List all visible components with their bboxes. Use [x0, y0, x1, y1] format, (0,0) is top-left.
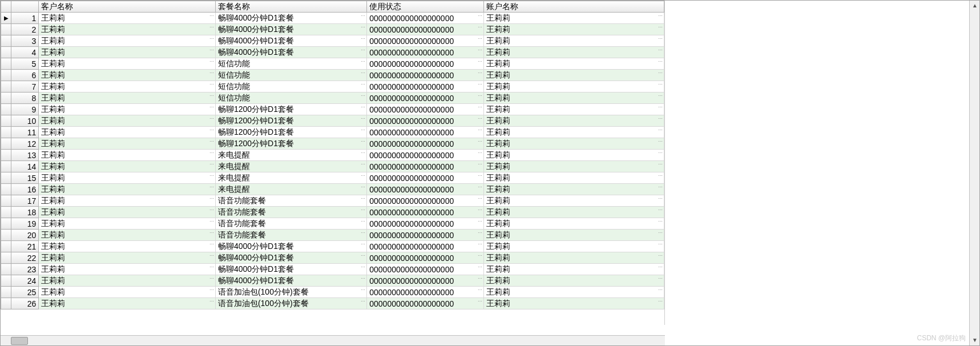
cell-package-name[interactable]: 畅聊4000分钟D1套餐⋯: [215, 264, 366, 275]
row-handle[interactable]: [1, 13, 11, 24]
cell-package-name[interactable]: 来电提醒⋯: [215, 172, 366, 184]
ellipsis-icon[interactable]: ⋯: [209, 82, 214, 87]
ellipsis-icon[interactable]: ⋯: [658, 71, 663, 75]
cell-package-name[interactable]: 语音功能套餐⋯: [215, 207, 366, 218]
cell-customer-name[interactable]: 王莉莉⋯: [39, 150, 216, 161]
ellipsis-icon[interactable]: ⋯: [209, 116, 214, 121]
cell-package-name[interactable]: 短信功能⋯: [215, 58, 366, 70]
ellipsis-icon[interactable]: ⋯: [361, 94, 365, 98]
ellipsis-icon[interactable]: ⋯: [361, 82, 365, 87]
row-handle[interactable]: [1, 24, 11, 35]
cell-customer-name[interactable]: 王莉莉⋯: [39, 172, 216, 184]
ellipsis-icon[interactable]: ⋯: [361, 105, 365, 110]
row-number[interactable]: 26: [11, 298, 39, 309]
ellipsis-icon[interactable]: ⋯: [209, 196, 214, 201]
ellipsis-icon[interactable]: ⋯: [658, 242, 663, 247]
row-number[interactable]: 13: [11, 150, 39, 161]
ellipsis-icon[interactable]: ⋯: [658, 231, 663, 235]
row-number[interactable]: 1: [11, 13, 39, 24]
table-row[interactable]: 6王莉莉⋯短信功能⋯0000000000000000000⋯王莉莉⋯: [1, 70, 664, 81]
row-number[interactable]: 9: [11, 104, 39, 115]
cell-usage-status[interactable]: 0000000000000000000⋯: [367, 218, 484, 230]
table-row[interactable]: 9王莉莉⋯畅聊1200分钟D1套餐⋯0000000000000000000⋯王莉…: [1, 104, 664, 115]
cell-customer-name[interactable]: 王莉莉⋯: [39, 218, 216, 230]
table-row[interactable]: 1王莉莉⋯畅聊4000分钟D1套餐⋯0000000000000000000⋯王莉…: [1, 13, 664, 24]
ellipsis-icon[interactable]: ⋯: [209, 299, 214, 304]
cell-account-name[interactable]: 王莉莉⋯: [484, 207, 664, 218]
table-row[interactable]: 8王莉莉⋯短信功能⋯0000000000000000000⋯王莉莉⋯: [1, 92, 664, 104]
ellipsis-icon[interactable]: ⋯: [209, 276, 214, 281]
ellipsis-icon[interactable]: ⋯: [209, 265, 214, 269]
ellipsis-icon[interactable]: ⋯: [361, 116, 365, 121]
row-number[interactable]: 5: [11, 58, 39, 70]
cell-account-name[interactable]: 王莉莉⋯: [484, 298, 664, 309]
row-handle[interactable]: [1, 104, 11, 115]
ellipsis-icon[interactable]: ⋯: [658, 25, 663, 30]
ellipsis-icon[interactable]: ⋯: [209, 151, 214, 155]
cell-account-name[interactable]: 王莉莉⋯: [484, 287, 664, 298]
row-handle[interactable]: [1, 161, 11, 172]
table-row[interactable]: 16王莉莉⋯来电提醒⋯0000000000000000000⋯王莉莉⋯: [1, 184, 664, 195]
ellipsis-icon[interactable]: ⋯: [361, 299, 365, 304]
ellipsis-icon[interactable]: ⋯: [478, 231, 482, 235]
cell-package-name[interactable]: 语音功能套餐⋯: [215, 230, 366, 241]
cell-package-name[interactable]: 畅聊4000分钟D1套餐⋯: [215, 47, 366, 58]
ellipsis-icon[interactable]: ⋯: [361, 14, 365, 18]
ellipsis-icon[interactable]: ⋯: [478, 25, 482, 30]
ellipsis-icon[interactable]: ⋯: [209, 288, 214, 292]
ellipsis-icon[interactable]: ⋯: [361, 37, 365, 41]
row-handle[interactable]: [1, 172, 11, 184]
row-number[interactable]: 17: [11, 195, 39, 207]
row-handle[interactable]: [1, 230, 11, 241]
row-handle[interactable]: [1, 264, 11, 275]
ellipsis-icon[interactable]: ⋯: [478, 59, 482, 64]
ellipsis-icon[interactable]: ⋯: [658, 265, 663, 269]
table-row[interactable]: 15王莉莉⋯来电提醒⋯0000000000000000000⋯王莉莉⋯: [1, 172, 664, 184]
ellipsis-icon[interactable]: ⋯: [209, 219, 214, 224]
row-number[interactable]: 11: [11, 127, 39, 138]
row-number[interactable]: 22: [11, 252, 39, 264]
row-number[interactable]: 23: [11, 264, 39, 275]
table-row[interactable]: 18王莉莉⋯语音功能套餐⋯0000000000000000000⋯王莉莉⋯: [1, 207, 664, 218]
ellipsis-icon[interactable]: ⋯: [478, 299, 482, 304]
row-number[interactable]: 19: [11, 218, 39, 230]
cell-customer-name[interactable]: 王莉莉⋯: [39, 252, 216, 264]
cell-usage-status[interactable]: 0000000000000000000⋯: [367, 92, 484, 104]
ellipsis-icon[interactable]: ⋯: [209, 105, 214, 110]
cell-usage-status[interactable]: 0000000000000000000⋯: [367, 298, 484, 309]
ellipsis-icon[interactable]: ⋯: [478, 82, 482, 87]
row-handle[interactable]: [1, 298, 11, 309]
ellipsis-icon[interactable]: ⋯: [209, 139, 214, 144]
row-number[interactable]: 24: [11, 275, 39, 287]
row-handle[interactable]: [1, 92, 11, 104]
ellipsis-icon[interactable]: ⋯: [361, 151, 365, 155]
ellipsis-icon[interactable]: ⋯: [478, 116, 482, 121]
corner-cell[interactable]: [1, 1, 11, 13]
row-handle[interactable]: [1, 35, 11, 47]
ellipsis-icon[interactable]: ⋯: [209, 59, 214, 64]
table-row[interactable]: 7王莉莉⋯短信功能⋯0000000000000000000⋯王莉莉⋯: [1, 81, 664, 92]
row-number[interactable]: 10: [11, 115, 39, 127]
cell-account-name[interactable]: 王莉莉⋯: [484, 24, 664, 35]
cell-package-name[interactable]: 畅聊4000分钟D1套餐⋯: [215, 13, 366, 24]
row-handle[interactable]: [1, 252, 11, 264]
cell-usage-status[interactable]: 0000000000000000000⋯: [367, 127, 484, 138]
ellipsis-icon[interactable]: ⋯: [361, 128, 365, 132]
ellipsis-icon[interactable]: ⋯: [658, 116, 663, 121]
cell-usage-status[interactable]: 0000000000000000000⋯: [367, 24, 484, 35]
cell-customer-name[interactable]: 王莉莉⋯: [39, 104, 216, 115]
cell-customer-name[interactable]: 王莉莉⋯: [39, 287, 216, 298]
ellipsis-icon[interactable]: ⋯: [478, 185, 482, 190]
table-row[interactable]: 26王莉莉⋯语音加油包(100分钟)套餐⋯0000000000000000000…: [1, 298, 664, 309]
cell-customer-name[interactable]: 王莉莉⋯: [39, 138, 216, 150]
ellipsis-icon[interactable]: ⋯: [478, 288, 482, 292]
ellipsis-icon[interactable]: ⋯: [361, 231, 365, 235]
ellipsis-icon[interactable]: ⋯: [209, 254, 214, 258]
cell-customer-name[interactable]: 王莉莉⋯: [39, 35, 216, 47]
cell-account-name[interactable]: 王莉莉⋯: [484, 58, 664, 70]
cell-account-name[interactable]: 王莉莉⋯: [484, 81, 664, 92]
row-handle[interactable]: [1, 47, 11, 58]
cell-usage-status[interactable]: 0000000000000000000⋯: [367, 230, 484, 241]
row-handle[interactable]: [1, 138, 11, 150]
ellipsis-icon[interactable]: ⋯: [658, 37, 663, 41]
